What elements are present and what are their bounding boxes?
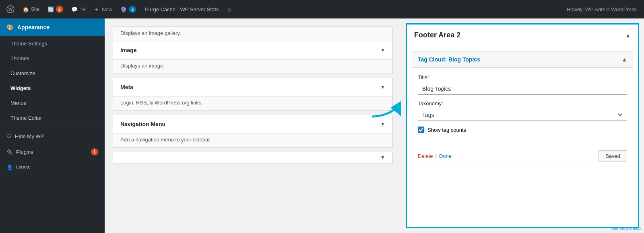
partial-widget-header[interactable]: ▼ [113,152,392,163]
wp-logo[interactable]: W [3,0,18,18]
comments-button[interactable]: 💬 18 [68,0,89,18]
yoast-button[interactable]: 🔮 2 [117,0,139,18]
meta-widget-title: Meta [120,84,133,90]
tag-cloud-collapse-icon[interactable]: ▲ [621,56,627,63]
plugins-badge: 1 [91,148,98,155]
sidebar-item-themes[interactable]: Themes [0,51,105,66]
sidebar-item-theme-settings[interactable]: Theme Settings [0,36,105,51]
yoast-badge: 2 [129,6,136,13]
gallery-description: Displays an image gallery. [113,27,393,41]
pointer-arrow [368,84,401,125]
sidebar-item-menus[interactable]: Menus [0,96,105,110]
saved-button: Saved [599,150,627,162]
users-label: Users [16,164,30,170]
tag-cloud-blog-topics: Blog Topics [448,56,480,63]
partial-chevron-icon: ▼ [380,155,385,160]
sidebar-item-theme-editor-label: Theme Editor [10,115,42,121]
new-label: New [102,6,112,12]
tag-cloud-title: Tag Cloud: Blog Topics [418,56,480,63]
title-field-label: Title: [418,74,627,80]
nav-menu-widget-header[interactable]: Navigation Menu ▼ [113,115,392,133]
watermark: one stop sheep [611,226,641,231]
yoast-icon: 🔮 [120,6,127,12]
action-links: Delete | Done [418,153,452,159]
action-row: Delete | Done Saved [412,146,633,166]
sidebar-item-theme-editor[interactable]: Theme Editor [0,110,105,125]
meta-widget-header[interactable]: Meta ▼ [113,78,392,96]
image-widget-header[interactable]: Image ▼ [113,41,392,59]
sidebar-item-customize-label: Customize [10,70,35,76]
server-stats-button[interactable]: ◇ [224,0,235,18]
meta-description-text: Login, RSS, & WordPress.org links. [120,100,203,106]
delete-link[interactable]: Delete [418,153,433,159]
home-button[interactable]: 🏠 Site [19,0,43,18]
footer-panel-title-text: Footer Area 2 [414,31,460,39]
image-widget-title: Image [120,47,136,53]
link-separator: | [436,153,437,159]
home-icon: 🏠 [23,6,29,12]
appearance-label: Appearance [17,24,50,31]
sidebar-item-menus-label: Menus [10,100,26,106]
tag-cloud-label: Tag Cloud: [418,56,447,63]
new-button[interactable]: ＋ New [90,0,116,18]
main-content: Displays an image gallery. Image ▼ Displ… [105,18,644,233]
footer-panel-collapse-icon[interactable]: ▲ [625,32,631,39]
title-input[interactable] [418,83,627,95]
sidebar-item-plugins[interactable]: 🔌 Plugins 1 [0,144,105,160]
plus-icon: ＋ [93,5,100,14]
taxonomy-select[interactable]: Tags Categories [418,109,627,121]
taxonomy-field-label: Taxonomy: [418,100,627,106]
footer-area-panel: Footer Area 2 ▲ Tag Cloud: Blog Topics ▲… [406,23,639,228]
comments-count: 18 [80,6,85,12]
image-description-text: Displays an image. [120,63,165,69]
nav-menu-widget: Navigation Menu ▼ [113,115,393,133]
tag-cloud-header: Tag Cloud: Blog Topics ▲ [412,51,633,68]
show-tag-counts-row: Show tag counts [418,127,627,133]
shield-icon: 🛡 [6,133,12,139]
nav-menu-description: Add a navigation menu to your sidebar. [113,133,393,148]
sidebar-appearance-header[interactable]: 🎨 Appearance [0,18,105,36]
sidebar: 🎨 Appearance Theme Settings Themes Custo… [0,18,105,233]
sidebar-item-users[interactable]: 👤 Users [0,160,105,175]
sidebar-item-theme-settings-label: Theme Settings [10,41,47,47]
meta-widget: Meta ▼ [113,78,393,96]
hide-my-wp-label: Hide My WP [15,133,44,139]
image-widget: Image ▼ [113,41,393,59]
image-chevron-icon: ▼ [380,47,385,53]
widget-list: Displays an image gallery. Image ▼ Displ… [105,18,401,233]
plugins-label: Plugins [16,149,33,155]
nav-menu-widget-title: Navigation Menu [120,121,165,127]
updates-icon: 🔄 [47,6,54,12]
updates-button[interactable]: 🔄 2 [44,0,66,18]
show-tag-counts-checkbox[interactable] [418,127,424,133]
show-tag-counts-label: Show tag counts [427,127,466,133]
purge-cache-button[interactable]: Purge Cache - WP Server Stats [141,6,223,12]
sidebar-item-hide-my-wp[interactable]: 🛡 Hide My WP [0,129,105,144]
nav-menu-description-text: Add a navigation menu to your sidebar. [120,137,211,143]
svg-text:W: W [8,7,13,12]
footer-panel-header: Footer Area 2 ▲ [407,25,638,46]
sidebar-divider-1 [0,127,105,127]
meta-description: Login, RSS, & WordPress.org links. [113,96,393,111]
gallery-description-text: Displays an image gallery. [120,30,181,36]
sidebar-item-customize[interactable]: Customize [0,66,105,81]
sidebar-item-widgets[interactable]: Widgets [0,81,105,96]
done-link[interactable]: Done [439,153,452,159]
image-description: Displays an image. [113,59,393,74]
appearance-icon: 🎨 [6,24,13,31]
partial-widget: ▼ [113,152,393,164]
admin-bar: W 🏠 Site 🔄 2 💬 18 ＋ New 🔮 2 Purge Cache … [0,0,644,18]
users-icon: 👤 [6,164,13,170]
user-label: Howdy, WP Admin WordPress [567,6,637,12]
tag-cloud-body: Title: Taxonomy: Tags Categories Show ta… [412,68,633,146]
user-info: Howdy, WP Admin WordPress [563,6,641,12]
tag-cloud-section: Tag Cloud: Blog Topics ▲ Title: Taxonomy… [412,51,633,166]
sidebar-item-widgets-label: Widgets [10,85,31,91]
sidebar-item-themes-label: Themes [10,55,29,61]
updates-badge: 2 [56,6,63,13]
site-label: Site [31,6,39,12]
comments-icon: 💬 [71,6,78,12]
purge-cache-label: Purge Cache - WP Server Stats [145,6,219,12]
plugin-icon: 🔌 [6,149,13,155]
server-stats-icon: ◇ [227,6,231,12]
